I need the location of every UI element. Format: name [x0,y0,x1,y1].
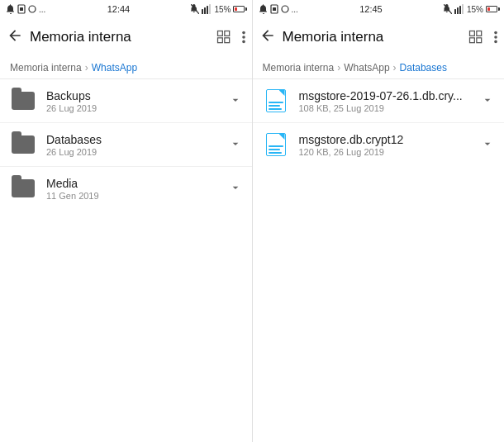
file-info: msgstore.db.crypt12120 KB, 26 Lug 2019 [299,133,472,157]
file-meta: 11 Gen 2019 [46,191,219,201]
file-item[interactable]: msgstore.db.crypt12120 KB, 26 Lug 2019 [253,123,505,166]
folder-icon [12,179,35,197]
svg-rect-26 [477,38,482,43]
file-name: Backups [46,89,219,102]
grid-view-icon[interactable] [216,29,232,45]
file-name: msgstore-2019-07-26.1.db.cry... [299,89,472,102]
svg-point-2 [29,6,36,12]
breadcrumb-separator: › [85,62,88,74]
screen-left: ...12:44 15% Memoria interna Memoria int… [0,0,253,442]
svg-point-28 [494,36,497,39]
status-bar-left: ... [259,4,298,14]
status-time: 12:45 [359,4,383,14]
breadcrumb-item: WhatsApp [92,62,137,74]
screen-right: ...12:45 15% Memoria interna Memoria int… [253,0,505,442]
breadcrumb-separator: › [337,62,340,74]
file-item[interactable]: Media11 Gen 2019 [0,167,252,210]
dropdown-arrow-icon[interactable] [229,181,242,197]
dropdown-arrow-icon[interactable] [481,137,494,153]
breadcrumb-item[interactable]: Memoria interna [263,62,335,74]
dropdown-arrow-icon[interactable] [481,93,494,109]
svg-rect-21 [459,6,461,14]
status-time: 12:44 [107,4,131,14]
file-meta: 120 KB, 26 Lug 2019 [299,147,472,157]
file-list: msgstore-2019-07-26.1.db.cry...108 KB, 2… [253,79,505,442]
file-info: Media11 Gen 2019 [46,177,219,201]
breadcrumb-item[interactable]: WhatsApp [344,62,389,74]
svg-point-13 [242,36,245,39]
grid-view-icon[interactable] [468,29,484,45]
svg-rect-8 [217,31,222,36]
file-item[interactable]: Databases26 Lug 2019 [0,123,252,167]
battery-icon [233,6,245,12]
sim-icon [17,4,26,14]
file-item[interactable]: Backups26 Lug 2019 [0,79,252,123]
more-options-icon[interactable] [494,30,497,45]
breadcrumb-item[interactable]: Memoria interna [10,62,82,74]
file-meta: 26 Lug 2019 [46,103,219,113]
toolbar-icons [468,29,497,45]
svg-rect-4 [202,9,203,14]
more-options-icon[interactable] [242,30,245,45]
battery-icon [486,6,497,12]
silent-icon [444,4,452,14]
svg-point-12 [242,31,245,35]
signal-icon [202,4,212,14]
svg-point-27 [494,31,497,35]
notification-icon [7,4,15,14]
toolbar: Memoria interna [253,18,505,56]
toolbar-icons [216,29,245,45]
circle-icon [281,5,289,13]
file-meta: 108 KB, 25 Lug 2019 [299,103,472,113]
file-name: Media [46,177,219,190]
notification-icon [259,4,268,14]
document-icon [266,89,286,112]
toolbar: Memoria interna [0,18,252,56]
svg-rect-10 [217,38,222,43]
back-button[interactable] [259,27,276,48]
file-item[interactable]: msgstore-2019-07-26.1.db.cry...108 KB, 2… [253,79,505,123]
document-icon [266,133,286,156]
status-bar-right: 15% [191,4,245,14]
breadcrumb-separator: › [393,62,397,74]
screens-container: ...12:44 15% Memoria interna Memoria int… [0,0,504,442]
toolbar-title: Memoria interna [30,29,209,45]
svg-rect-9 [224,31,229,36]
file-meta: 26 Lug 2019 [46,147,219,157]
svg-rect-20 [457,7,459,14]
file-list: Backups26 Lug 2019Databases26 Lug 2019Me… [0,79,252,442]
status-bar: ...12:44 15% [0,0,252,18]
status-bar-right: 15% [444,4,497,14]
folder-icon [12,92,35,110]
svg-rect-6 [207,6,208,14]
file-info: Databases26 Lug 2019 [46,133,219,157]
file-name: msgstore.db.crypt12 [299,133,472,146]
svg-rect-16 [273,7,276,11]
file-info: Backups26 Lug 2019 [46,89,219,113]
dropdown-arrow-icon[interactable] [229,137,242,153]
svg-rect-23 [470,31,475,36]
svg-rect-5 [204,7,206,14]
svg-rect-24 [477,31,482,36]
folder-icon [12,135,35,154]
toolbar-title: Memoria interna [283,29,462,45]
svg-rect-25 [470,38,475,43]
back-button[interactable] [7,27,23,48]
circle-icon [28,5,36,13]
breadcrumb: Memoria interna›WhatsApp [0,56,252,79]
dropdown-arrow-icon[interactable] [229,93,242,109]
svg-point-29 [494,40,497,44]
svg-rect-22 [462,4,464,14]
file-name: Databases [46,133,219,146]
silent-icon [191,4,199,14]
sim-icon [270,4,278,14]
file-info: msgstore-2019-07-26.1.db.cry...108 KB, 2… [299,89,472,113]
svg-point-17 [282,6,288,12]
svg-point-14 [242,40,245,44]
svg-rect-11 [224,38,229,43]
status-bar: ...12:45 15% [253,0,505,18]
svg-rect-1 [20,7,23,11]
svg-rect-7 [209,4,211,14]
status-bar-left: ... [7,4,45,14]
signal-icon [454,4,464,14]
